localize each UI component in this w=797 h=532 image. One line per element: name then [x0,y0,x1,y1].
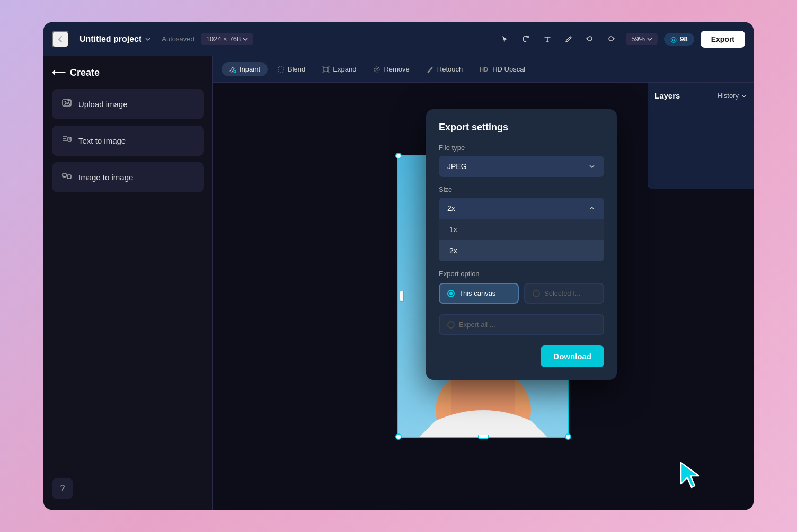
export-settings-panel: Export settings File type JPEG Size 2x [426,109,617,380]
file-type-value: JPEG [447,162,467,171]
remove-tab[interactable]: Remove [366,62,417,76]
selected-label: Selected I... [544,289,581,297]
text-tool-icon[interactable] [539,31,556,48]
layers-panel: Layers History [648,83,754,189]
rotate-tool-icon[interactable] [518,31,535,48]
svg-rect-6 [278,67,284,72]
credits-count: 98 [680,35,687,43]
body: ⟵ Create Upload image [43,56,754,510]
export-panel-title: Export settings [439,122,604,133]
image-to-image-label: Image to image [78,173,133,182]
tools-bar: Inpaint Blend Expand [213,56,754,83]
history-label: History [718,92,739,100]
export-all-label: Export all ... [459,321,495,329]
handle-bottom[interactable] [478,435,489,439]
download-button[interactable]: Download [541,345,604,367]
upload-image-label: Upload image [78,100,128,109]
size-selected-value: 2x [447,204,455,212]
svg-rect-2 [68,137,71,141]
export-button[interactable]: Export [701,31,745,48]
layers-panel-title: Layers [654,91,680,100]
dimensions-button[interactable]: 1024 × 768 [201,33,253,45]
size-header[interactable]: 2x [439,198,604,219]
selected-radio [533,290,540,297]
retouch-tab[interactable]: Retouch [419,62,470,76]
text-to-image-icon [61,134,72,147]
zoom-value: 59% [631,35,645,43]
app-window: Untitled project Autosaved 1024 × 768 [43,22,754,510]
project-name-button[interactable]: Untitled project [75,32,155,46]
inpaint-tab[interactable]: Inpaint [222,62,268,76]
cursor-tool-icon[interactable] [497,31,513,48]
project-name: Untitled project [79,34,141,44]
undo-icon[interactable] [581,31,598,48]
handle-br[interactable] [565,433,571,440]
svg-rect-4 [67,175,71,179]
sidebar-bottom: ? [52,478,204,499]
size-dropdown: 2x 1x 2x [439,198,604,261]
upload-image-icon [61,97,72,111]
help-button[interactable]: ? [52,478,73,499]
sidebar-title: ⟵ Create [52,67,204,78]
upload-image-button[interactable]: Upload image [52,89,204,119]
size-option-2x[interactable]: 2x [439,240,604,261]
cursor-arrow [677,460,706,494]
export-options: This canvas Selected I... [439,283,604,304]
export-option-label: Export option [439,270,604,278]
this-canvas-radio [447,290,455,297]
selected-button[interactable]: Selected I... [524,283,604,304]
image-to-image-icon [61,171,72,184]
text-to-image-button[interactable]: Text to image [52,126,204,156]
this-canvas-label: This canvas [459,289,495,297]
zoom-button[interactable]: 59% [626,33,658,45]
canvas-area: Inpaint Blend Expand [213,56,754,510]
upscal-tab[interactable]: HD HD Upscal [472,62,533,76]
export-all-button[interactable]: Export all ... [439,314,604,335]
handle-left[interactable] [400,291,404,302]
header: Untitled project Autosaved 1024 × 768 [43,22,754,56]
autosaved-status: Autosaved [162,35,194,43]
image-to-image-button[interactable]: Image to image [52,162,204,192]
size-label: Size [439,185,604,193]
sidebar: ⟵ Create Upload image [43,56,213,510]
svg-point-1 [65,101,66,103]
blend-tab[interactable]: Blend [270,62,313,76]
export-all-radio [447,321,455,329]
pen-tool-icon[interactable] [560,31,577,48]
sidebar-back-icon: ⟵ [52,67,66,78]
handle-tl[interactable] [395,153,402,159]
back-button[interactable] [52,31,69,48]
expand-tab[interactable]: Expand [315,62,364,76]
size-option-1x[interactable]: 1x [439,219,604,240]
credits-display: ◎ 98 [664,33,694,46]
dimensions-value: 1024 × 768 [206,35,241,43]
file-type-select[interactable]: JPEG [439,156,604,177]
history-button[interactable]: History [718,92,747,100]
size-section: Size 2x 1x 2x [439,185,604,261]
credits-icon: ◎ [670,35,677,43]
redo-icon[interactable] [603,31,619,48]
svg-point-5 [234,70,236,73]
toolbar-icons [497,31,619,48]
file-type-label: File type [439,144,604,152]
this-canvas-button[interactable]: This canvas [439,283,519,304]
text-to-image-label: Text to image [78,136,126,145]
handle-bl[interactable] [395,433,402,440]
